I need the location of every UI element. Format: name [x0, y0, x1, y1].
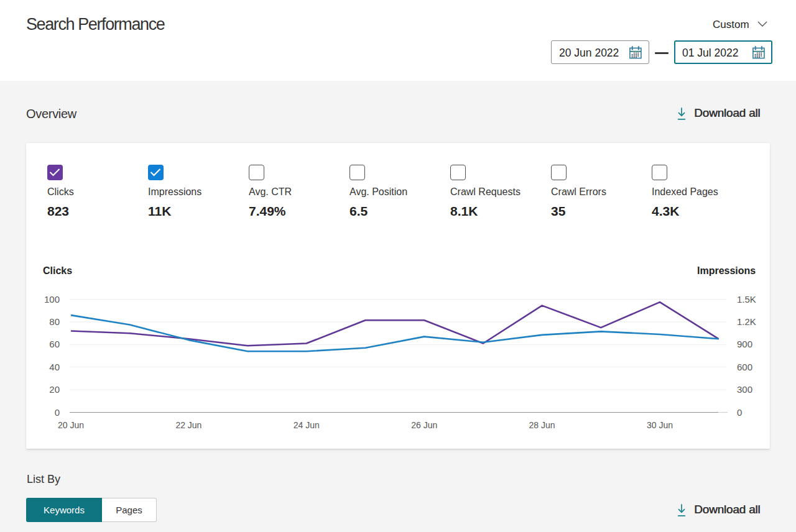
- svg-text:24 Jun: 24 Jun: [294, 420, 320, 430]
- svg-text:600: 600: [737, 362, 752, 372]
- svg-text:1.2K: 1.2K: [737, 316, 756, 327]
- svg-text:0: 0: [55, 407, 60, 418]
- svg-text:28 Jun: 28 Jun: [529, 420, 555, 430]
- svg-text:30 Jun: 30 Jun: [647, 420, 673, 430]
- svg-text:0: 0: [737, 407, 742, 418]
- svg-text:100: 100: [44, 294, 60, 305]
- svg-text:80: 80: [49, 316, 60, 327]
- svg-text:22 Jun: 22 Jun: [175, 420, 201, 430]
- svg-text:20 Jun: 20 Jun: [58, 420, 84, 430]
- svg-text:1.5K: 1.5K: [737, 294, 756, 305]
- svg-text:20: 20: [49, 384, 60, 395]
- svg-text:40: 40: [49, 362, 60, 372]
- svg-text:26 Jun: 26 Jun: [411, 420, 437, 430]
- svg-text:300: 300: [737, 384, 752, 395]
- svg-text:60: 60: [49, 339, 60, 349]
- svg-text:900: 900: [737, 339, 752, 349]
